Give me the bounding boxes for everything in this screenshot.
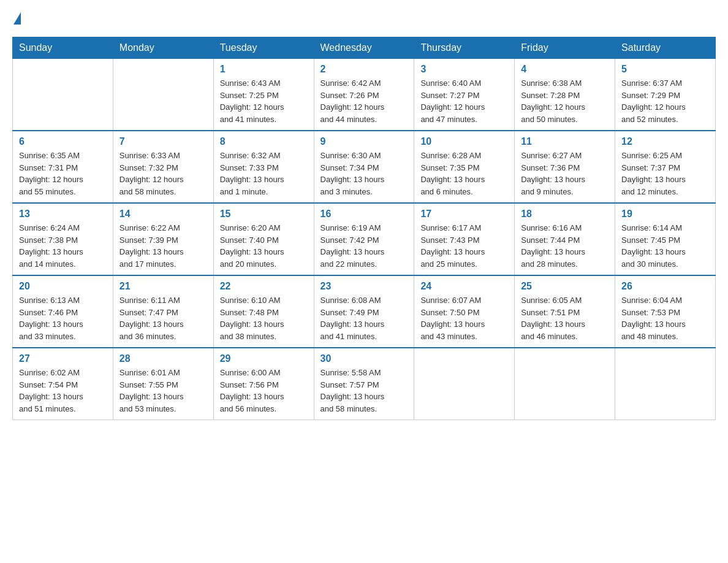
calendar-cell: 7Sunrise: 6:33 AMSunset: 7:32 PMDaylight… bbox=[113, 131, 213, 203]
calendar-cell: 11Sunrise: 6:27 AMSunset: 7:36 PMDayligh… bbox=[515, 131, 615, 203]
weekday-header-thursday: Thursday bbox=[414, 37, 515, 59]
calendar-cell: 5Sunrise: 6:37 AMSunset: 7:29 PMDaylight… bbox=[615, 59, 716, 131]
calendar-cell: 27Sunrise: 6:02 AMSunset: 7:54 PMDayligh… bbox=[13, 348, 113, 420]
day-info: Sunrise: 6:00 AMSunset: 7:56 PMDaylight:… bbox=[220, 367, 308, 415]
day-number: 13 bbox=[19, 209, 107, 220]
day-info: Sunrise: 6:35 AMSunset: 7:31 PMDaylight:… bbox=[19, 150, 107, 197]
logo bbox=[12, 12, 22, 25]
day-number: 15 bbox=[220, 209, 308, 220]
calendar-cell: 23Sunrise: 6:08 AMSunset: 7:49 PMDayligh… bbox=[314, 275, 414, 348]
logo-triangle-icon bbox=[13, 12, 21, 25]
day-info: Sunrise: 6:22 AMSunset: 7:39 PMDaylight:… bbox=[119, 222, 207, 270]
calendar-week-row: 20Sunrise: 6:13 AMSunset: 7:46 PMDayligh… bbox=[13, 275, 716, 348]
calendar-cell: 14Sunrise: 6:22 AMSunset: 7:39 PMDayligh… bbox=[113, 203, 213, 275]
day-number: 22 bbox=[220, 281, 308, 292]
calendar-cell: 15Sunrise: 6:20 AMSunset: 7:40 PMDayligh… bbox=[213, 203, 314, 275]
calendar-table: SundayMondayTuesdayWednesdayThursdayFrid… bbox=[12, 37, 716, 420]
calendar-cell: 10Sunrise: 6:28 AMSunset: 7:35 PMDayligh… bbox=[414, 131, 515, 203]
calendar-cell: 19Sunrise: 6:14 AMSunset: 7:45 PMDayligh… bbox=[615, 203, 716, 275]
day-info: Sunrise: 6:05 AMSunset: 7:51 PMDaylight:… bbox=[521, 294, 609, 342]
day-info: Sunrise: 6:07 AMSunset: 7:50 PMDaylight:… bbox=[420, 294, 508, 342]
day-number: 23 bbox=[320, 281, 408, 292]
day-info: Sunrise: 6:04 AMSunset: 7:53 PMDaylight:… bbox=[621, 294, 709, 342]
calendar-cell bbox=[414, 348, 515, 420]
day-number: 4 bbox=[521, 64, 609, 75]
day-info: Sunrise: 6:30 AMSunset: 7:34 PMDaylight:… bbox=[320, 150, 408, 197]
day-number: 21 bbox=[119, 281, 207, 292]
calendar-cell: 24Sunrise: 6:07 AMSunset: 7:50 PMDayligh… bbox=[414, 275, 515, 348]
day-info: Sunrise: 6:20 AMSunset: 7:40 PMDaylight:… bbox=[220, 222, 308, 270]
day-info: Sunrise: 6:42 AMSunset: 7:26 PMDaylight:… bbox=[320, 77, 408, 125]
calendar-cell: 3Sunrise: 6:40 AMSunset: 7:27 PMDaylight… bbox=[414, 59, 515, 131]
calendar-cell: 9Sunrise: 6:30 AMSunset: 7:34 PMDaylight… bbox=[314, 131, 414, 203]
calendar-cell: 6Sunrise: 6:35 AMSunset: 7:31 PMDaylight… bbox=[13, 131, 113, 203]
calendar-week-row: 1Sunrise: 6:43 AMSunset: 7:25 PMDaylight… bbox=[13, 59, 716, 131]
day-info: Sunrise: 6:38 AMSunset: 7:28 PMDaylight:… bbox=[521, 77, 609, 125]
day-number: 5 bbox=[621, 64, 709, 75]
day-info: Sunrise: 6:19 AMSunset: 7:42 PMDaylight:… bbox=[320, 222, 408, 270]
weekday-header-row: SundayMondayTuesdayWednesdayThursdayFrid… bbox=[13, 37, 716, 59]
day-number: 12 bbox=[621, 136, 709, 147]
day-info: Sunrise: 6:17 AMSunset: 7:43 PMDaylight:… bbox=[420, 222, 508, 270]
weekday-header-monday: Monday bbox=[113, 37, 213, 59]
day-number: 11 bbox=[521, 136, 609, 147]
weekday-header-friday: Friday bbox=[515, 37, 615, 59]
day-info: Sunrise: 6:10 AMSunset: 7:48 PMDaylight:… bbox=[220, 294, 308, 342]
day-info: Sunrise: 6:13 AMSunset: 7:46 PMDaylight:… bbox=[19, 294, 107, 342]
weekday-header-sunday: Sunday bbox=[13, 37, 113, 59]
calendar-cell bbox=[515, 348, 615, 420]
day-number: 26 bbox=[621, 281, 709, 292]
day-info: Sunrise: 6:14 AMSunset: 7:45 PMDaylight:… bbox=[621, 222, 709, 270]
day-number: 19 bbox=[621, 209, 709, 220]
day-info: Sunrise: 6:25 AMSunset: 7:37 PMDaylight:… bbox=[621, 150, 709, 197]
day-info: Sunrise: 6:37 AMSunset: 7:29 PMDaylight:… bbox=[621, 77, 709, 125]
day-number: 27 bbox=[19, 353, 107, 364]
day-number: 7 bbox=[119, 136, 207, 147]
calendar-cell: 8Sunrise: 6:32 AMSunset: 7:33 PMDaylight… bbox=[213, 131, 314, 203]
calendar-cell bbox=[615, 348, 716, 420]
day-number: 24 bbox=[420, 281, 508, 292]
calendar-cell: 16Sunrise: 6:19 AMSunset: 7:42 PMDayligh… bbox=[314, 203, 414, 275]
calendar-cell: 17Sunrise: 6:17 AMSunset: 7:43 PMDayligh… bbox=[414, 203, 515, 275]
calendar-cell: 29Sunrise: 6:00 AMSunset: 7:56 PMDayligh… bbox=[213, 348, 314, 420]
calendar-cell: 25Sunrise: 6:05 AMSunset: 7:51 PMDayligh… bbox=[515, 275, 615, 348]
day-number: 28 bbox=[119, 353, 207, 364]
day-info: Sunrise: 6:28 AMSunset: 7:35 PMDaylight:… bbox=[420, 150, 508, 197]
calendar-cell: 18Sunrise: 6:16 AMSunset: 7:44 PMDayligh… bbox=[515, 203, 615, 275]
day-info: Sunrise: 6:32 AMSunset: 7:33 PMDaylight:… bbox=[220, 150, 308, 197]
page-header bbox=[12, 12, 716, 25]
calendar-cell bbox=[13, 59, 113, 131]
day-number: 10 bbox=[420, 136, 508, 147]
day-number: 14 bbox=[119, 209, 207, 220]
calendar-cell: 30Sunrise: 5:58 AMSunset: 7:57 PMDayligh… bbox=[314, 348, 414, 420]
calendar-week-row: 6Sunrise: 6:35 AMSunset: 7:31 PMDaylight… bbox=[13, 131, 716, 203]
calendar-cell: 22Sunrise: 6:10 AMSunset: 7:48 PMDayligh… bbox=[213, 275, 314, 348]
day-number: 3 bbox=[420, 64, 508, 75]
day-info: Sunrise: 6:43 AMSunset: 7:25 PMDaylight:… bbox=[220, 77, 308, 125]
calendar-week-row: 13Sunrise: 6:24 AMSunset: 7:38 PMDayligh… bbox=[13, 203, 716, 275]
day-number: 29 bbox=[220, 353, 308, 364]
day-info: Sunrise: 5:58 AMSunset: 7:57 PMDaylight:… bbox=[320, 367, 408, 415]
calendar-cell: 21Sunrise: 6:11 AMSunset: 7:47 PMDayligh… bbox=[113, 275, 213, 348]
calendar-cell: 20Sunrise: 6:13 AMSunset: 7:46 PMDayligh… bbox=[13, 275, 113, 348]
day-info: Sunrise: 6:16 AMSunset: 7:44 PMDaylight:… bbox=[521, 222, 609, 270]
day-number: 9 bbox=[320, 136, 408, 147]
day-info: Sunrise: 6:02 AMSunset: 7:54 PMDaylight:… bbox=[19, 367, 107, 415]
day-info: Sunrise: 6:24 AMSunset: 7:38 PMDaylight:… bbox=[19, 222, 107, 270]
day-info: Sunrise: 6:40 AMSunset: 7:27 PMDaylight:… bbox=[420, 77, 508, 125]
day-number: 17 bbox=[420, 209, 508, 220]
calendar-cell bbox=[113, 59, 213, 131]
day-info: Sunrise: 6:08 AMSunset: 7:49 PMDaylight:… bbox=[320, 294, 408, 342]
day-number: 30 bbox=[320, 353, 408, 364]
day-number: 16 bbox=[320, 209, 408, 220]
weekday-header-wednesday: Wednesday bbox=[314, 37, 414, 59]
day-number: 2 bbox=[320, 64, 408, 75]
calendar-cell: 28Sunrise: 6:01 AMSunset: 7:55 PMDayligh… bbox=[113, 348, 213, 420]
day-number: 1 bbox=[220, 64, 308, 75]
weekday-header-saturday: Saturday bbox=[615, 37, 716, 59]
day-info: Sunrise: 6:33 AMSunset: 7:32 PMDaylight:… bbox=[119, 150, 207, 197]
day-number: 8 bbox=[220, 136, 308, 147]
day-info: Sunrise: 6:11 AMSunset: 7:47 PMDaylight:… bbox=[119, 294, 207, 342]
day-number: 6 bbox=[19, 136, 107, 147]
calendar-cell: 4Sunrise: 6:38 AMSunset: 7:28 PMDaylight… bbox=[515, 59, 615, 131]
